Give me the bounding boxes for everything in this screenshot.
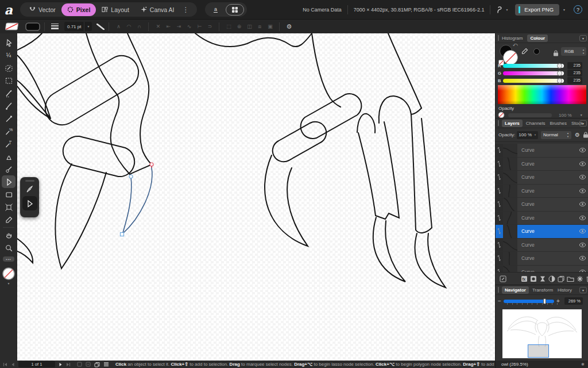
- tool-flyout-panel[interactable]: [20, 177, 39, 217]
- zoom-value[interactable]: 269 %: [564, 297, 583, 305]
- tab-histogram[interactable]: Histogram: [502, 36, 523, 41]
- stroke-style-icon[interactable]: [96, 24, 105, 30]
- page-list-icon[interactable]: [103, 362, 109, 367]
- colour-mode-select[interactable]: RGB ▲▼: [561, 47, 586, 56]
- scale-handles-icon[interactable]: ⧈: [254, 24, 265, 30]
- navigator-preview[interactable]: [502, 309, 582, 358]
- layer-visibility-icon[interactable]: [576, 216, 588, 220]
- persona-canva-ai[interactable]: Canva AI: [135, 2, 180, 17]
- selection-tool[interactable]: ¼: [2, 49, 16, 62]
- adjustment-icon[interactable]: [539, 275, 546, 282]
- opacity-value[interactable]: 100 %: [559, 113, 572, 118]
- layer-row[interactable]: Curve: [496, 185, 588, 198]
- layer-name[interactable]: Curve: [517, 188, 576, 194]
- rectangle-tool[interactable]: [2, 188, 16, 201]
- colour-picker-icon[interactable]: [521, 47, 529, 57]
- persona-pixel[interactable]: Pixel: [61, 3, 96, 16]
- view-hand-tool[interactable]: [2, 229, 16, 241]
- channel-value-b[interactable]: 235: [567, 77, 582, 84]
- navigator-viewport-rect[interactable]: [528, 344, 549, 358]
- fill-none-swatch[interactable]: [5, 22, 19, 30]
- transform-origin-icon[interactable]: ⊕: [234, 24, 244, 29]
- hide-selection-icon[interactable]: ▣: [265, 24, 275, 29]
- stroke-width-caret-icon[interactable]: ▼: [84, 25, 92, 28]
- smart-node-icon[interactable]: ∩: [134, 24, 144, 29]
- selection-brush-tool[interactable]: [2, 62, 16, 74]
- layer-row[interactable]: Curve: [496, 239, 588, 252]
- layer-row[interactable]: Curve: [496, 171, 588, 184]
- transform-mode-icon[interactable]: ⬚: [223, 24, 234, 29]
- colour-well-caret-icon[interactable]: ▼: [7, 282, 10, 285]
- panel-menu-icon[interactable]: ▼: [579, 120, 587, 126]
- panel-grip[interactable]: [498, 35, 499, 41]
- layer-visibility-icon[interactable]: [576, 148, 588, 152]
- panel-menu-icon[interactable]: ▼: [579, 35, 587, 41]
- group-folder-icon[interactable]: [567, 275, 574, 282]
- tab-navigator[interactable]: Navigator: [502, 286, 529, 294]
- layer-visibility-icon[interactable]: [576, 243, 588, 247]
- persona-layout[interactable]: Layout: [96, 2, 135, 17]
- first-page-icon[interactable]: [3, 362, 7, 367]
- layer-row[interactable]: Curve: [496, 225, 588, 238]
- mesh-warp-tool[interactable]: [2, 201, 16, 213]
- pixel-tool[interactable]: [2, 112, 16, 125]
- pen-tool[interactable]: [22, 182, 37, 196]
- layer-lock-icon[interactable]: [583, 132, 588, 138]
- colour-picker-tool[interactable]: [2, 213, 16, 226]
- colour-well[interactable]: [2, 267, 16, 281]
- panel-menu-icon[interactable]: ▼: [579, 287, 587, 293]
- layer-name[interactable]: Curve: [517, 228, 576, 234]
- layer-name[interactable]: Curve: [517, 215, 576, 221]
- join-curves-icon[interactable]: ⇥: [173, 24, 184, 29]
- opacity-slider[interactable]: [508, 113, 552, 117]
- last-page-icon[interactable]: [66, 362, 71, 367]
- gesture-icon[interactable]: [496, 6, 503, 14]
- export-png-button[interactable]: Export PNG: [515, 4, 559, 16]
- channel-slider-g[interactable]: [503, 71, 564, 75]
- mask-layer-icon[interactable]: [530, 275, 537, 282]
- persona-vector[interactable]: Vector: [24, 2, 61, 17]
- zoom-tool[interactable]: [2, 241, 16, 254]
- move-tool[interactable]: [2, 36, 16, 49]
- export-caret-icon[interactable]: ▼: [563, 8, 566, 12]
- delete-trash-icon[interactable]: [586, 275, 588, 282]
- layer-visibility-icon[interactable]: [576, 162, 588, 166]
- channel-value-r[interactable]: 235: [567, 62, 582, 69]
- panel-grip[interactable]: [498, 287, 499, 293]
- freehand-selection-tool[interactable]: [2, 87, 16, 99]
- layer-fx-icon[interactable]: fx: [521, 275, 528, 282]
- layer-row[interactable]: Curve: [496, 252, 588, 265]
- layer-row[interactable]: Curve: [496, 144, 588, 157]
- stroke-swatch[interactable]: [25, 22, 40, 31]
- live-filter-icon[interactable]: [548, 275, 555, 282]
- layer-row[interactable]: Curve: [496, 212, 588, 225]
- layer-name[interactable]: Curve: [517, 174, 576, 180]
- marquee-select-tool[interactable]: [2, 74, 16, 87]
- compound-icon[interactable]: [577, 275, 583, 282]
- zoom-out-button[interactable]: −: [496, 298, 504, 304]
- persona-overflow-icon[interactable]: ⋮: [180, 6, 194, 14]
- layer-name[interactable]: Curve: [517, 255, 576, 261]
- lock-icon[interactable]: [553, 48, 559, 59]
- node-tool-flyout[interactable]: [22, 196, 37, 210]
- help-button[interactable]: ?: [574, 5, 582, 14]
- layer-visibility-icon[interactable]: [576, 229, 588, 233]
- clone-stamp-tool[interactable]: [2, 150, 16, 163]
- layer-visibility-icon[interactable]: [576, 175, 588, 179]
- layer-name[interactable]: Curve: [517, 147, 576, 153]
- snapshot-icon[interactable]: [558, 275, 564, 282]
- layer-row[interactable]: Curve: [496, 158, 588, 171]
- tab-layers[interactable]: Layers: [502, 120, 523, 127]
- smudge-brush-tool[interactable]: [2, 163, 16, 175]
- layer-visibility-icon[interactable]: [576, 202, 588, 206]
- layer-visibility-icon[interactable]: [576, 189, 588, 193]
- tab-transform[interactable]: Transform: [532, 288, 553, 293]
- gesture-caret-icon[interactable]: ▼: [505, 8, 508, 12]
- panel-grip[interactable]: [498, 120, 499, 126]
- layer-name[interactable]: Curve: [517, 161, 576, 167]
- canvas[interactable]: [17, 33, 495, 361]
- opacity-caret-icon[interactable]: ▼: [580, 113, 583, 117]
- tab-colour[interactable]: Colour: [527, 34, 548, 42]
- stroke-width-input[interactable]: 0.71 pt ▼: [64, 22, 92, 31]
- layer-settings-gear-icon[interactable]: ⚙: [575, 132, 580, 138]
